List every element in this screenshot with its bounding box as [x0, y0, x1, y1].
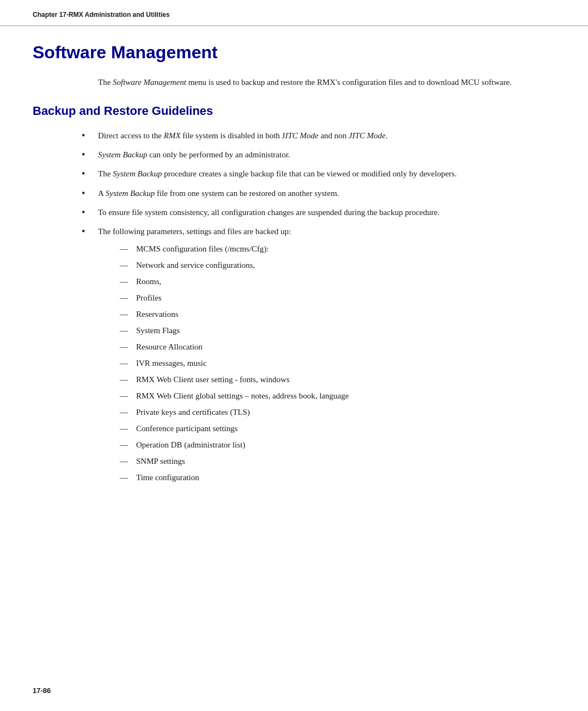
sub-item-15: — Time configuration [98, 471, 479, 484]
bullet-item-5: • To ensure file system consistency, all… [33, 206, 555, 219]
bullet-content-3: The System Backup procedure creates a si… [98, 167, 479, 180]
sub-content-11: Private keys and certificates (TLS) [136, 406, 479, 419]
bullet-dot-2: • [82, 148, 93, 162]
dash-6: — [120, 324, 136, 337]
dash-13: — [120, 438, 136, 451]
bullet-dot-4: • [82, 187, 93, 200]
bullet-content-4: A System Backup file from one system can… [98, 187, 479, 200]
sub-content-10: RMX Web Client global settings – notes, … [136, 389, 479, 402]
sub-item-4: — Profiles [98, 291, 479, 304]
content-area: Software Management The Software Managem… [0, 26, 588, 525]
sub-item-5: — Reservations [98, 308, 479, 321]
bullet-dot-1: • [82, 129, 93, 143]
intro-text-before: The [98, 78, 113, 87]
sub-item-7: — Resource Allocation [98, 340, 479, 353]
dash-12: — [120, 422, 136, 435]
dash-10: — [120, 389, 136, 402]
sub-content-2: Network and service configurations, [136, 259, 479, 272]
dash-11: — [120, 406, 136, 419]
section-title: Backup and Restore Guidelines [33, 104, 555, 118]
sub-item-3: — Rooms, [98, 275, 479, 288]
dash-8: — [120, 357, 136, 370]
bullet-dot-5: • [82, 206, 93, 219]
main-bullet-list: • Direct access to the RMX file system i… [33, 129, 555, 487]
sub-content-8: IVR messages, music [136, 357, 479, 370]
bullet-content-6: The following parameters, settings and f… [98, 225, 479, 487]
dash-1: — [120, 242, 136, 255]
bullet-content-5: To ensure file system consistency, all c… [98, 206, 479, 219]
dash-5: — [120, 308, 136, 321]
bullet-item-2: • System Backup can only be performed by… [33, 148, 555, 162]
sub-item-12: — Conference participant settings [98, 422, 479, 435]
bullet-item-3: • The System Backup procedure creates a … [33, 167, 555, 181]
bullet-item-6: • The following parameters, settings and… [33, 225, 555, 487]
sub-item-14: — SNMP settings [98, 455, 479, 468]
sub-item-11: — Private keys and certificates (TLS) [98, 406, 479, 419]
sub-item-6: — System Flags [98, 324, 479, 337]
intro-paragraph: The Software Management menu is used to … [98, 76, 555, 89]
sub-content-1: MCMS configuration files (/mcms/Cfg): [136, 242, 479, 255]
bullet-item-4: • A System Backup file from one system c… [33, 187, 555, 200]
dash-2: — [120, 259, 136, 272]
bullet-dot-6: • [82, 225, 93, 238]
bullet-content-1: Direct access to the RMX file system is … [98, 129, 479, 142]
dash-7: — [120, 340, 136, 353]
sub-content-7: Resource Allocation [136, 340, 479, 353]
sub-item-10: — RMX Web Client global settings – notes… [98, 389, 479, 402]
bullet-dot-3: • [82, 167, 93, 181]
dash-14: — [120, 455, 136, 468]
page-number: 17-86 [33, 687, 51, 695]
sub-item-2: — Network and service configurations, [98, 259, 479, 272]
page-footer: 17-86 [33, 687, 51, 695]
sub-content-12: Conference participant settings [136, 422, 479, 435]
sub-content-9: RMX Web Client user setting - fonts, win… [136, 373, 479, 386]
top-header: Chapter 17-RMX Administration and Utilit… [0, 0, 588, 26]
bullet-content-2: System Backup can only be performed by a… [98, 148, 479, 161]
sub-content-15: Time configuration [136, 471, 479, 484]
sub-item-8: — IVR messages, music [98, 357, 479, 370]
sub-content-13: Operation DB (administrator list) [136, 438, 479, 451]
sub-item-1: — MCMS configuration files (/mcms/Cfg): [98, 242, 479, 255]
dash-4: — [120, 291, 136, 304]
sub-bullet-list: — MCMS configuration files (/mcms/Cfg): … [98, 242, 479, 484]
sub-content-14: SNMP settings [136, 455, 479, 468]
sub-content-4: Profiles [136, 291, 479, 304]
sub-content-6: System Flags [136, 324, 479, 337]
intro-italic: Software Management [113, 78, 186, 87]
intro-text-after: menu is used to backup and restore the R… [186, 78, 512, 87]
dash-3: — [120, 275, 136, 288]
dash-9: — [120, 373, 136, 386]
sub-content-3: Rooms, [136, 275, 479, 288]
dash-15: — [120, 471, 136, 484]
sub-item-9: — RMX Web Client user setting - fonts, w… [98, 373, 479, 386]
page-container: Chapter 17-RMX Administration and Utilit… [0, 0, 588, 711]
bullet-item-1: • Direct access to the RMX file system i… [33, 129, 555, 143]
chapter-label: Chapter 17-RMX Administration and Utilit… [33, 11, 170, 19]
sub-item-13: — Operation DB (administrator list) [98, 438, 479, 451]
sub-content-5: Reservations [136, 308, 479, 321]
page-title: Software Management [33, 42, 555, 63]
